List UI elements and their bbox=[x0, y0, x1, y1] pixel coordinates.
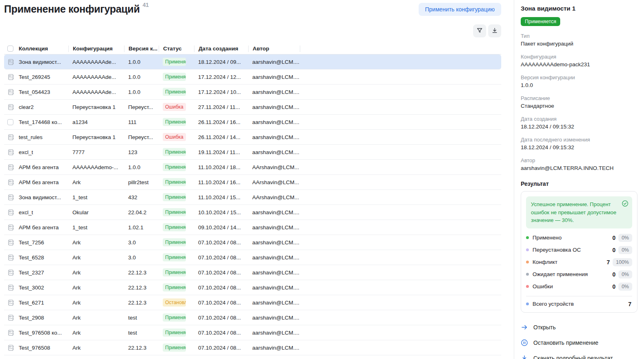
stat-percent-chip: 0% bbox=[618, 246, 632, 254]
column-header-version[interactable]: Версия к... bbox=[124, 46, 159, 52]
export-button[interactable] bbox=[488, 24, 501, 37]
status-badge: Применяется bbox=[163, 238, 186, 246]
table-row[interactable]: Test_7256 Ark 3.0 Применяется 07.10.2024… bbox=[4, 235, 501, 250]
detail-field: Дата последнего изменения 18.12.2024 / 0… bbox=[521, 137, 637, 150]
action-pause-circle[interactable]: Остановить применение bbox=[521, 339, 637, 346]
cell-author: aarshavin@LCM.... bbox=[248, 239, 300, 246]
select-all-checkbox[interactable] bbox=[7, 46, 13, 52]
stat-label: Ожидает применения bbox=[533, 271, 612, 277]
panel-title: Зона видимости 1 bbox=[521, 5, 637, 12]
table-row[interactable]: excl_t 7777 123 Применяется 19.11.2024 /… bbox=[4, 145, 501, 160]
cell-author: AArshavin@LCM... bbox=[248, 179, 300, 185]
table-row[interactable]: Зона видимост... AAAAAAAAAde... 1.0.0 Пр… bbox=[4, 54, 501, 70]
cell-collection: Зона видимост... bbox=[18, 59, 68, 65]
cell-collection: Test_2908 bbox=[18, 315, 68, 321]
stat-percent-chip: 0% bbox=[618, 234, 632, 242]
cell-author: aarshavin@LCM.... bbox=[248, 300, 300, 306]
column-header-author[interactable]: Автор bbox=[248, 46, 300, 52]
stat-count: 7 bbox=[607, 259, 610, 265]
cell-created: 07.10.2024 / 08... bbox=[194, 315, 248, 321]
table-body: Зона видимост... AAAAAAAAAde... 1.0.0 Пр… bbox=[4, 54, 501, 355]
table-row[interactable]: Test_269245 AAAAAAAAAde... 1.0.0 Применя… bbox=[4, 70, 501, 85]
column-header-status[interactable]: Статус bbox=[159, 46, 194, 52]
collection-icon bbox=[7, 209, 14, 216]
row-checkbox[interactable] bbox=[7, 119, 13, 125]
stat-percent-chip: 0% bbox=[618, 270, 632, 278]
cell-version: 123 bbox=[124, 149, 159, 155]
panel-fields: Тип Пакет конфигураций Конфигурация AAAA… bbox=[521, 33, 637, 171]
field-value: 1.0.0 bbox=[521, 82, 637, 88]
table-row[interactable]: Test_3002 Ark 22.12.3 Применяется 07.10.… bbox=[4, 280, 501, 295]
field-value: Стандартное bbox=[521, 103, 637, 109]
table-row[interactable]: АРМ без агента AAAAAAAdemo-... 1.0.0 При… bbox=[4, 160, 501, 175]
field-label: Версия конфигурации bbox=[521, 74, 637, 81]
cell-created: 07.10.2024 / 08... bbox=[194, 330, 248, 336]
cell-created: 07.10.2024 / 08... bbox=[194, 300, 248, 306]
table-row[interactable]: excl_t Okular 22.04.2 Применяется 10.10.… bbox=[4, 205, 501, 220]
status-badge: Применяется bbox=[163, 329, 186, 337]
cell-configuration: Ark bbox=[68, 300, 124, 306]
status-badge: Применяется bbox=[163, 178, 186, 186]
detail-field: Конфигурация AAAAAAAAAdemo-pack231 bbox=[521, 54, 637, 67]
filter-button[interactable] bbox=[473, 24, 486, 37]
cell-author: aarshavin@LCM.... bbox=[248, 224, 300, 231]
collection-icon bbox=[7, 344, 14, 351]
table-row[interactable]: test_rules Переустановка 1 Переуст... Ош… bbox=[4, 130, 501, 145]
cell-configuration: Ark bbox=[68, 345, 124, 351]
apply-configuration-button[interactable]: Применить конфигурацию bbox=[419, 3, 501, 16]
cell-version: Переуст... bbox=[124, 134, 159, 140]
table-row[interactable]: Test_2908 Ark test Применяется 07.10.202… bbox=[4, 310, 501, 325]
cell-configuration: Переустановка 1 bbox=[68, 104, 124, 110]
column-header-created[interactable]: Дата создания bbox=[194, 46, 248, 52]
details-panel: Зона видимости 1 Применяется Тип Пакет к… bbox=[514, 0, 644, 359]
cell-created: 07.10.2024 / 08... bbox=[194, 285, 248, 291]
collection-icon bbox=[7, 194, 14, 201]
table-row[interactable]: Test_054423 AAAAAAAAAde... 1.0.0 Применя… bbox=[4, 85, 501, 100]
table-row[interactable]: Зона видимост... 1_test 432 Применяется … bbox=[4, 190, 501, 205]
cell-collection: test_rules bbox=[18, 134, 68, 140]
table-row[interactable]: Test_2327 Ark 22.12.3 Применяется 07.10.… bbox=[4, 265, 501, 280]
column-header-configuration[interactable]: Конфигурация bbox=[68, 46, 124, 52]
stat-count: 0 bbox=[612, 235, 616, 241]
field-label: Автор bbox=[521, 157, 637, 163]
table-row[interactable]: Test_174468 ко... a1234 111 Применяется … bbox=[4, 115, 501, 130]
cell-created: 19.11.2024 / 11... bbox=[194, 149, 248, 155]
cell-author: AArshavin@LCM... bbox=[248, 164, 300, 170]
cell-collection: Test_174468 ко... bbox=[18, 119, 68, 125]
cell-version: 1.0.0 bbox=[124, 89, 159, 95]
cell-collection: Test_7256 bbox=[18, 239, 68, 246]
records-count: 41 bbox=[143, 2, 149, 8]
action-arrow-right[interactable]: Открыть bbox=[521, 324, 637, 331]
detail-field: Расписание Стандартное bbox=[521, 95, 637, 109]
column-header-collection[interactable]: Коллекция bbox=[18, 46, 68, 52]
cell-version: Переуст... bbox=[124, 104, 159, 110]
cell-author: aarshavin@LCM.... bbox=[248, 149, 300, 155]
stat-dot bbox=[526, 273, 529, 276]
cell-version: test bbox=[124, 330, 159, 336]
table-toolbar bbox=[4, 24, 501, 37]
cell-created: 07.10.2024 / 08... bbox=[194, 270, 248, 276]
cell-created: 11.10.2024 / 15... bbox=[194, 194, 248, 200]
table-row[interactable]: АРМ без агента Ark pillr2test Применяетс… bbox=[4, 175, 501, 190]
cell-author: aarshavin@LCM.... bbox=[248, 134, 300, 140]
table-row[interactable]: АРМ без агента 1_test 1.02.1 Применяется… bbox=[4, 220, 501, 235]
table-row[interactable]: clear2 Переустановка 1 Переуст... Ошибка… bbox=[4, 100, 501, 115]
table-row[interactable]: Test_976508 ко... Ark test Применяется 0… bbox=[4, 325, 501, 340]
table-row[interactable]: Test_6271 Ark 22.12.3 Остановлено 07.10.… bbox=[4, 295, 501, 310]
field-value: Пакет конфигураций bbox=[521, 41, 637, 47]
action-label: Скачать подробный результат bbox=[533, 355, 613, 359]
total-label: Всего устройств bbox=[533, 301, 628, 307]
success-alert: Успешное применение. Процент ошибок не п… bbox=[526, 196, 632, 228]
cell-version: 432 bbox=[124, 194, 159, 200]
cell-collection: Test_269245 bbox=[18, 74, 68, 80]
cell-version: pillr2test bbox=[124, 179, 159, 185]
cell-created: 07.10.2024 / 08... bbox=[194, 239, 248, 246]
status-badge: Ошибка bbox=[163, 133, 186, 141]
cell-author: aarshavin@LCM.... bbox=[248, 89, 300, 95]
status-badge: Применяется bbox=[163, 163, 186, 171]
action-download[interactable]: Скачать подробный результат bbox=[521, 355, 637, 359]
stat-row: Переустановка ОС 0 0% bbox=[526, 246, 632, 254]
table-row[interactable]: Test_976508 Ark 22.12.3 Применяется 07.1… bbox=[4, 340, 501, 355]
table-row[interactable]: Test_6528 Ark 3.0 Применяется 07.10.2024… bbox=[4, 250, 501, 265]
total-devices-row: Всего устройств 7 bbox=[526, 301, 632, 307]
